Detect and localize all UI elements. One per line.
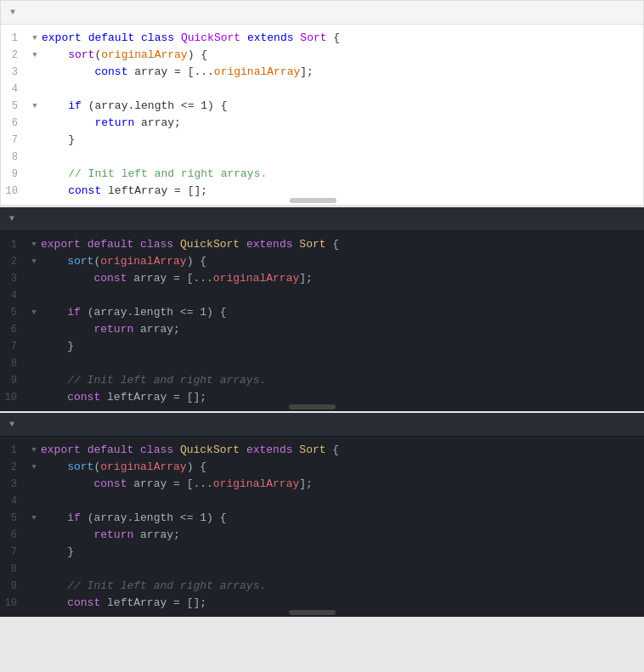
code-line: 10 const leftArray = [];: [0, 595, 644, 612]
code-line: 2▼ sort(originalArray) {: [0, 459, 644, 476]
line-number: 5: [0, 304, 27, 321]
token-comment: // Init left and right arrays.: [67, 579, 266, 592]
code-line: 3 const array = [...originalArray];: [0, 476, 644, 493]
fold-arrow[interactable]: ▼: [27, 459, 41, 476]
line-number: 2: [1, 47, 28, 64]
token-plain: {: [326, 238, 340, 251]
token-plain: }: [68, 133, 75, 146]
token-param: originalArray: [100, 460, 186, 473]
token-param: originalArray: [214, 65, 300, 78]
fold-arrow[interactable]: ▼: [27, 253, 41, 270]
line-number: 6: [1, 115, 28, 132]
code-line: 5▼ if (array.length <= 1) {: [1, 98, 643, 115]
code-content: return array;: [42, 115, 630, 132]
token-extends-name: Sort: [299, 443, 325, 456]
token-plain: [174, 31, 181, 44]
token-plain: ) {: [188, 48, 207, 61]
code-content: // Init left and right arrays.: [41, 372, 630, 389]
token-comment: // Init left and right arrays.: [67, 374, 266, 387]
code-line: 8: [0, 561, 644, 578]
line-number: 1: [1, 30, 28, 47]
line-number: 1: [0, 236, 27, 253]
token-plain: [81, 443, 88, 456]
token-kw-default: default: [88, 31, 135, 44]
token-kw-class: class: [141, 31, 174, 44]
panel-header-1[interactable]: ▼: [1, 1, 643, 25]
token-kw-extends: extends: [246, 443, 293, 456]
panel-header-3[interactable]: ▼: [0, 413, 644, 437]
token-param: originalArray: [100, 255, 186, 268]
code-content: if (array.length <= 1) {: [41, 304, 630, 321]
code-body-3: 1▼export default class QuickSort extends…: [0, 437, 644, 617]
code-line: 5▼ if (array.length <= 1) {: [0, 304, 644, 321]
token-kw-export: export: [42, 31, 82, 44]
horizontal-scrollbar[interactable]: [289, 404, 336, 409]
code-line: 3 const array = [...originalArray];: [0, 270, 644, 287]
code-panel-1: ▼1▼export default class QuickSort extend…: [0, 0, 644, 206]
code-content: return array;: [41, 321, 630, 338]
code-content: const leftArray = [];: [41, 595, 630, 612]
token-kw-return: return: [93, 528, 133, 541]
code-line: 1▼export default class QuickSort extends…: [1, 30, 643, 47]
line-number: 10: [0, 595, 27, 612]
code-panel-3: ▼1▼export default class QuickSort extend…: [0, 413, 644, 617]
token-plain: leftArray = [];: [100, 391, 206, 404]
token-plain: array;: [134, 116, 181, 129]
token-plain: {: [327, 31, 341, 44]
code-line: 9 // Init left and right arrays.: [0, 578, 644, 595]
code-line: 6 return array;: [0, 527, 644, 544]
code-content: }: [41, 544, 630, 561]
code-content: const array = [...originalArray];: [41, 476, 630, 493]
token-plain: (array.length <= 1) {: [81, 511, 227, 524]
token-plain: array;: [133, 323, 180, 336]
token-kw-export: export: [41, 238, 81, 251]
fold-arrow[interactable]: ▼: [28, 98, 42, 115]
token-fn-name: sort: [67, 255, 93, 268]
code-line: 6 return array;: [1, 115, 643, 132]
token-kw-if: if: [67, 306, 81, 319]
line-number: 7: [1, 132, 28, 149]
code-content: const array = [...originalArray];: [41, 270, 630, 287]
code-line: 2▼ sort(originalArray) {: [0, 253, 644, 270]
token-plain: leftArray = [];: [101, 184, 207, 197]
line-number: 3: [1, 64, 28, 81]
token-plain: [81, 238, 88, 251]
token-plain: [240, 443, 246, 456]
token-class-name: QuickSort: [180, 238, 240, 251]
code-content: // Init left and right arrays.: [42, 166, 630, 183]
fold-arrow[interactable]: ▼: [28, 47, 42, 64]
code-content: if (array.length <= 1) {: [41, 510, 630, 527]
code-content: sort(originalArray) {: [41, 459, 630, 476]
line-number: 9: [1, 166, 28, 183]
token-plain: [173, 238, 180, 251]
code-panel-2: ▼1▼export default class QuickSort extend…: [0, 207, 644, 411]
horizontal-scrollbar[interactable]: [290, 198, 336, 203]
token-kw-const: const: [93, 477, 127, 490]
line-number: 7: [0, 544, 27, 561]
token-plain: ];: [299, 477, 313, 490]
token-kw-const: const: [68, 184, 101, 197]
code-line: 5▼ if (array.length <= 1) {: [0, 510, 644, 527]
code-line: 7 }: [0, 338, 644, 355]
fold-arrow[interactable]: ▼: [27, 510, 41, 527]
token-kw-return: return: [93, 323, 133, 336]
code-line: 8: [0, 355, 644, 372]
line-number: 4: [0, 493, 27, 510]
fold-arrow[interactable]: ▼: [27, 304, 41, 321]
code-content: // Init left and right arrays.: [41, 578, 630, 595]
code-content: const leftArray = [];: [42, 183, 630, 200]
horizontal-scrollbar[interactable]: [289, 610, 336, 615]
code-line: 7 }: [1, 132, 643, 149]
fold-arrow[interactable]: ▼: [27, 442, 41, 459]
panel-header-2[interactable]: ▼: [0, 207, 644, 231]
fold-arrow[interactable]: ▼: [28, 30, 42, 47]
code-content: export default class QuickSort extends S…: [42, 30, 630, 47]
token-plain: (array.length <= 1) {: [82, 99, 228, 112]
fold-arrow[interactable]: ▼: [27, 236, 41, 253]
code-line: 6 return array;: [0, 321, 644, 338]
code-line: 10 const leftArray = [];: [0, 389, 644, 406]
code-line: 2▼ sort(originalArray) {: [1, 47, 643, 64]
line-number: 4: [0, 287, 27, 304]
token-plain: {: [326, 443, 340, 456]
code-line: 1▼export default class QuickSort extends…: [0, 236, 644, 253]
